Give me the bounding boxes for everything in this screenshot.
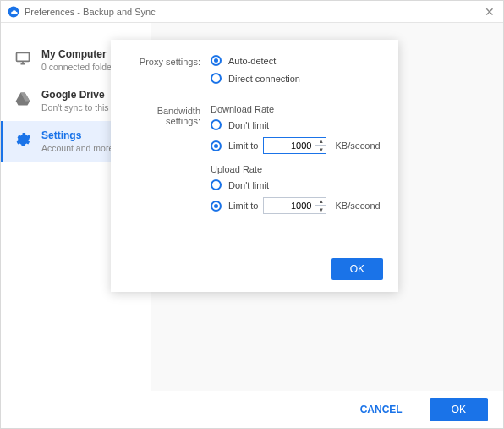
network-settings-dialog: Proxy settings: Auto-detect Direct conne…: [111, 40, 398, 292]
ok-button[interactable]: OK: [430, 398, 488, 421]
sidebar-item-sub: 0 connected folders: [41, 62, 119, 72]
sidebar-item-label: My Computer: [41, 48, 119, 60]
radio-download-dont-limit[interactable]: Don't limit: [211, 119, 383, 130]
radio-on-icon: [211, 55, 222, 66]
radio-label: Limit to: [228, 140, 258, 151]
window-title: Preferences - Backup and Sync: [25, 7, 156, 17]
proxy-settings-label: Proxy settings:: [126, 55, 211, 67]
radio-upload-dont-limit[interactable]: Don't limit: [211, 179, 383, 190]
close-icon[interactable]: ✕: [483, 3, 496, 20]
radio-on-icon: [211, 140, 222, 151]
modal-ok-button[interactable]: OK: [331, 258, 383, 280]
radio-off-icon: [211, 119, 222, 130]
download-limit-input-wrap: ▲ ▼: [263, 137, 326, 154]
radio-auto-detect[interactable]: Auto-detect: [211, 55, 383, 66]
spin-down-icon[interactable]: ▼: [315, 146, 326, 153]
upload-limit-input[interactable]: [264, 198, 315, 213]
unit-label: KB/second: [335, 140, 380, 151]
titlebar: Preferences - Backup and Sync ✕: [1, 1, 503, 23]
cancel-button[interactable]: CANCEL: [345, 399, 418, 421]
radio-label: Auto-detect: [228, 56, 276, 66]
download-rate-heading: Download Rate: [211, 104, 383, 114]
unit-label: KB/second: [335, 201, 380, 211]
radio-label: Don't limit: [228, 180, 269, 190]
radio-download-limit-to[interactable]: Limit to ▲ ▼ KB/second: [211, 137, 383, 154]
radio-on-icon: [211, 201, 222, 212]
spin-down-icon[interactable]: ▼: [315, 206, 326, 213]
svg-rect-1: [17, 52, 30, 61]
sidebar-item-label: Settings: [41, 129, 113, 141]
upload-limit-input-wrap: ▲ ▼: [263, 197, 326, 214]
monitor-icon: [14, 50, 31, 67]
bandwidth-settings-label: Bandwidth settings:: [126, 104, 211, 126]
sidebar-item-sub: Account and more: [41, 143, 113, 153]
radio-label: Don't limit: [228, 120, 269, 130]
footer: CANCEL OK: [1, 391, 503, 428]
drive-icon: [14, 91, 31, 107]
preferences-window: Preferences - Backup and Sync ✕ My Compu…: [0, 0, 504, 429]
gear-icon: [14, 131, 31, 148]
body: My Computer 0 connected folders Google D…: [1, 23, 503, 391]
radio-label: Direct connection: [228, 74, 300, 84]
spinner: ▲ ▼: [315, 138, 326, 153]
download-limit-input[interactable]: [264, 138, 315, 153]
radio-direct-connection[interactable]: Direct connection: [211, 73, 383, 84]
spinner: ▲ ▼: [315, 198, 326, 213]
radio-off-icon: [211, 179, 222, 190]
spin-up-icon[interactable]: ▲: [315, 138, 326, 146]
spin-up-icon[interactable]: ▲: [315, 198, 326, 206]
radio-upload-limit-to[interactable]: Limit to ▲ ▼ KB/second: [211, 197, 383, 214]
radio-label: Limit to: [228, 201, 258, 211]
cloud-icon: [8, 6, 19, 18]
radio-off-icon: [211, 73, 222, 84]
upload-rate-heading: Upload Rate: [211, 164, 383, 174]
